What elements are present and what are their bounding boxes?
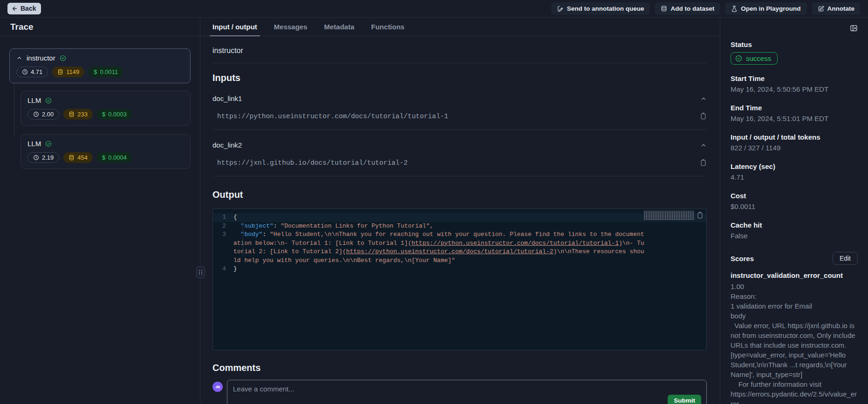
clock-icon bbox=[33, 111, 39, 117]
tab-functions[interactable]: Functions bbox=[371, 18, 405, 36]
cache-hit-value: False bbox=[731, 231, 858, 241]
tokens-database-icon bbox=[68, 111, 75, 117]
panel-resize-grip[interactable] bbox=[196, 266, 205, 278]
start-time-label: Start Time bbox=[731, 74, 858, 82]
chevron-up-icon bbox=[700, 95, 707, 102]
score-details: 1.00 Reason: 1 validation error for Emai… bbox=[731, 282, 858, 404]
input-field-doc-link1: doc_link1 https://python.useinstructor.c… bbox=[212, 94, 707, 130]
tab-messages[interactable]: Messages bbox=[274, 18, 308, 36]
tokens-badge: 1149 bbox=[52, 67, 84, 77]
cost-badge: $ 0.0004 bbox=[97, 152, 132, 163]
submit-comment-button[interactable]: Submit bbox=[668, 395, 701, 404]
tokens-value: 822 / 327 / 1149 bbox=[731, 143, 858, 153]
output-code-editor[interactable]: 1 { 2 "subject": "Documentation Links fo… bbox=[212, 209, 707, 350]
open-in-playground-label: Open in Playground bbox=[741, 5, 800, 12]
latency-value: 2.00 bbox=[42, 111, 54, 118]
collapse-field-button[interactable] bbox=[700, 95, 707, 102]
code-link: https://python.useinstructor.com/docs/tu… bbox=[411, 240, 619, 247]
annotate-button[interactable]: Annotate bbox=[812, 2, 861, 15]
dollar-icon: $ bbox=[102, 111, 105, 118]
code-text: "subject": "Documentation Links for Pyth… bbox=[233, 222, 706, 231]
trace-node-badges: 2.00 233 $ 0.0003 bbox=[27, 109, 184, 120]
playground-flask-icon bbox=[731, 6, 738, 12]
cost-value: 0.0004 bbox=[108, 154, 127, 161]
chevron-up-icon[interactable] bbox=[16, 55, 22, 61]
clipboard-icon bbox=[700, 113, 707, 120]
trace-viewer-app: Back Send to annotation queue Add to dat… bbox=[0, 0, 868, 404]
topbar-actions: Send to annotation queue Add to dataset … bbox=[551, 2, 861, 15]
trace-node-badges: 2.19 454 $ 0.0004 bbox=[27, 152, 184, 163]
latency-value: 2.19 bbox=[42, 154, 54, 161]
collapse-field-button[interactable] bbox=[700, 142, 707, 148]
tab-metadata[interactable]: Metadata bbox=[324, 18, 355, 36]
clock-icon bbox=[33, 155, 39, 161]
top-bar: Back Send to annotation queue Add to dat… bbox=[0, 0, 868, 18]
edit-scores-button[interactable]: Edit bbox=[833, 252, 858, 265]
indent-guide bbox=[243, 222, 243, 256]
chevron-up-icon bbox=[700, 142, 707, 148]
open-in-playground-button[interactable]: Open in Playground bbox=[725, 2, 806, 15]
cost-label: Cost bbox=[731, 192, 858, 200]
add-to-dataset-label: Add to dataset bbox=[670, 5, 714, 12]
clipboard-icon bbox=[700, 159, 707, 166]
divider bbox=[212, 129, 707, 130]
line-number: 3 bbox=[213, 230, 233, 265]
input-field-value: https://jxnl.github.io/docs/tutorial/tut… bbox=[212, 159, 408, 167]
tokens-section: Input / output / total tokens 822 / 327 … bbox=[731, 133, 858, 153]
tokens-database-icon bbox=[68, 155, 75, 161]
trace-node-name: instructor bbox=[27, 54, 55, 62]
tokens-badge: 233 bbox=[63, 109, 93, 120]
tokens-value: 233 bbox=[77, 111, 88, 118]
success-check-icon bbox=[60, 55, 66, 61]
input-field-label: doc_link1 bbox=[212, 94, 242, 102]
code-minimap bbox=[644, 211, 694, 220]
cost-section: Cost $0.0011 bbox=[731, 192, 858, 211]
divider bbox=[212, 176, 707, 176]
status-badge: success bbox=[731, 52, 778, 65]
input-field-value: https://python.useinstructor.com/docs/tu… bbox=[212, 113, 448, 120]
inputs-heading: Inputs bbox=[212, 73, 707, 83]
line-number: 2 bbox=[213, 222, 233, 231]
score-reason-text: Value error, URL https://jxnl.github.io … bbox=[731, 321, 858, 379]
latency-badge: 2.00 bbox=[27, 109, 59, 120]
end-time-label: End Time bbox=[731, 104, 858, 112]
add-to-dataset-button[interactable]: Add to dataset bbox=[655, 2, 720, 15]
latency-section: Latency (sec) 4.71 bbox=[731, 162, 858, 182]
cost-value: 0.0003 bbox=[108, 111, 127, 118]
trace-node-children: LLM 2.00 233 bbox=[14, 91, 191, 169]
start-time-section: Start Time May 16, 2024, 5:50:56 PM EDT bbox=[731, 74, 858, 94]
back-label: Back bbox=[21, 5, 36, 12]
latency-value: 4.71 bbox=[731, 173, 858, 182]
trace-node-llm-2[interactable]: LLM 2.19 454 bbox=[21, 134, 191, 169]
tokens-badge: 454 bbox=[63, 152, 93, 163]
copy-button[interactable] bbox=[700, 113, 707, 120]
cache-hit-section: Cache hit False bbox=[731, 221, 858, 241]
start-time-value: May 16, 2024, 5:50:56 PM EDT bbox=[731, 85, 858, 94]
comment-input[interactable] bbox=[227, 380, 707, 404]
trace-node-name: LLM bbox=[27, 140, 41, 148]
trace-node-instructor[interactable]: instructor 4.71 1149 $ bbox=[9, 48, 191, 83]
success-check-icon bbox=[735, 55, 742, 62]
code-line: 1 { bbox=[213, 213, 706, 222]
copy-button[interactable] bbox=[700, 159, 707, 166]
dollar-icon: $ bbox=[102, 154, 105, 161]
cost-badge: $ 0.0011 bbox=[89, 67, 123, 77]
trace-node-badges: 4.71 1149 $ 0.0011 bbox=[16, 67, 184, 77]
collapse-panel-button[interactable] bbox=[850, 24, 858, 32]
back-button[interactable]: Back bbox=[7, 3, 41, 14]
dollar-icon: $ bbox=[94, 68, 97, 75]
code-text: "body": "Hello Student,\n\nThank you for… bbox=[233, 230, 706, 265]
comments-section: JB Submit bbox=[212, 380, 707, 404]
copy-output-button[interactable] bbox=[697, 212, 704, 219]
dataset-icon bbox=[661, 6, 667, 12]
trace-node-name: LLM bbox=[27, 96, 41, 104]
code-line: 3 "body": "Hello Student,\n\nThank you f… bbox=[213, 230, 706, 265]
trace-node-llm-1[interactable]: LLM 2.00 233 bbox=[21, 91, 191, 126]
tab-input-output[interactable]: Input / output bbox=[212, 18, 257, 36]
send-to-annotation-queue-button[interactable]: Send to annotation queue bbox=[551, 2, 650, 15]
annotation-queue-icon bbox=[557, 6, 564, 12]
end-time-section: End Time May 16, 2024, 5:51:01 PM EDT bbox=[731, 104, 858, 123]
line-number: 4 bbox=[213, 265, 233, 274]
tokens-value: 454 bbox=[77, 154, 88, 161]
status-value: success bbox=[746, 54, 771, 62]
